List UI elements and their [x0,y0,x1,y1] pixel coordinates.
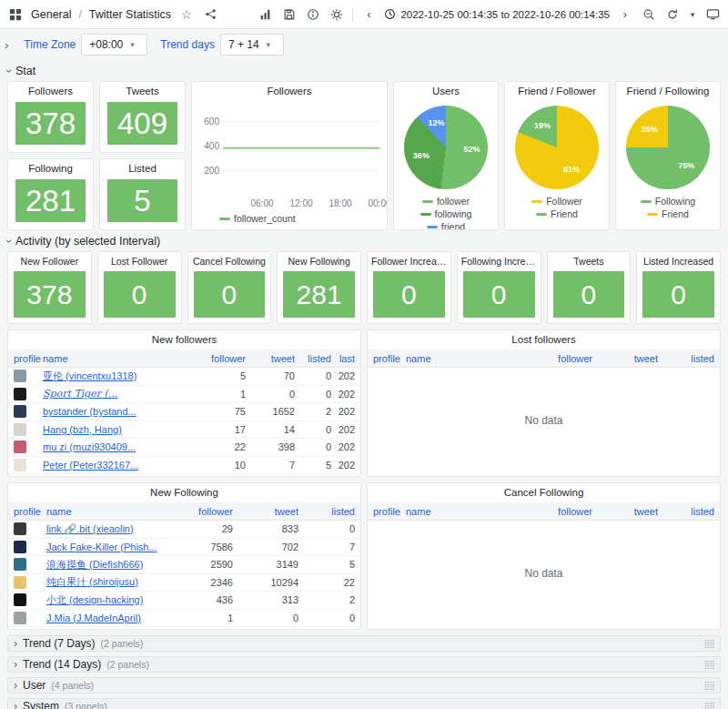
panel-title[interactable]: New followers [8,330,360,349]
dashboard-insights-icon[interactable] [305,6,321,23]
column-header-listed[interactable]: listed [658,353,714,364]
panel-title[interactable]: Following [8,159,93,178]
profile-link[interactable]: 纯白果汁 (shiroijusu) [46,576,138,587]
time-shift-back-icon[interactable]: ‹ [360,6,377,23]
refresh-icon[interactable] [664,6,681,23]
legend-item[interactable]: follower [422,196,470,207]
profile-link[interactable]: 小北 (design-hacking) [46,594,143,605]
share-icon[interactable] [202,6,218,23]
legend-item[interactable]: Friend [536,208,578,219]
time-shift-forward-icon[interactable]: › [617,6,633,23]
column-header-tweet[interactable]: tweet [233,506,298,517]
column-header-listed[interactable]: listed [295,353,331,364]
pie-chart[interactable] [515,106,599,189]
legend-item[interactable]: Follower [531,196,582,207]
timezone-select[interactable]: +08:00 ▾ [81,34,147,56]
column-header-follower[interactable]: follower [521,506,592,517]
column-header-tweet[interactable]: tweet [246,353,295,364]
column-header-follower[interactable]: follower [521,353,592,364]
panel-title[interactable]: Listed Increased [637,252,720,271]
table-cell: 0 [295,424,331,435]
legend-item[interactable]: following [420,208,472,219]
legend-item[interactable]: Following [641,196,695,207]
trend-days-select[interactable]: 7 + 14 ▾ [220,34,284,56]
refresh-interval-caret-icon[interactable]: ▾ [688,6,697,23]
time-range-picker[interactable]: 2022-10-25 00:14:35 to 2022-10-26 00:14:… [384,8,610,20]
expand-sidebar-chevron-icon[interactable]: › [2,38,11,52]
stat-value-box: 0 [463,271,535,318]
profile-link[interactable]: link 🔗.bit (xieaolin) [46,523,134,534]
column-header-profile[interactable]: profile [14,353,43,364]
column-header-name[interactable]: name [43,353,204,364]
panel-title[interactable]: Friend / Follower [505,82,609,101]
panel-title[interactable]: Following Increased [458,252,541,271]
dashboard-title[interactable]: Twitter Statistics [89,8,171,21]
tv-mode-icon[interactable] [704,6,721,23]
stat-value: 281 [297,279,342,310]
profile-link[interactable]: Peter (Peter332167... [43,460,138,471]
panel-title[interactable]: Users [394,82,498,101]
drag-handle-icon[interactable]: ⣿⣿ [704,681,714,690]
column-header-profile[interactable]: profile [373,506,406,517]
panel-title[interactable]: Follower Increased [368,252,450,271]
dashboard-row-collapsed[interactable]: ›User(4 panels)⣿⣿ [7,677,721,694]
profile-link[interactable]: J.Mia (J.MadeInApril) [46,613,141,623]
panel-title[interactable]: Tweets [548,252,631,271]
column-header-name[interactable]: name [46,506,162,517]
breadcrumb-folder[interactable]: General [31,8,71,21]
profile-link[interactable]: 浪海摸鱼 (Diefish666) [46,559,143,570]
drag-handle-icon[interactable]: ⣿⣿ [704,660,714,669]
pie-chart[interactable] [626,106,710,189]
profile-link[interactable]: 亚伦 (vincentxu1318) [43,370,136,381]
panel-title[interactable]: Lost followers [368,330,720,349]
column-header-follower[interactable]: follower [204,353,246,364]
dashboard-settings-icon[interactable] [329,6,345,23]
column-header-profile[interactable]: profile [14,506,46,517]
dashboard-row-collapsed[interactable]: ›System(3 panels)⣿⣿ [7,698,721,709]
panel-title[interactable]: New Following [8,483,360,502]
column-header-tweet[interactable]: tweet [592,506,658,517]
dashboard-row-collapsed[interactable]: ›Trend (7 Days)(2 panels)⣿⣿ [7,635,721,652]
panel-title[interactable]: Friend / Following [616,82,720,101]
panel-title[interactable]: New Follower [8,252,91,271]
drag-handle-icon[interactable]: ⣿⣿ [704,702,714,709]
panel-title[interactable]: New Following [278,252,360,271]
panel-title[interactable]: Listed [100,159,185,178]
add-panel-icon[interactable] [258,6,274,23]
column-header-tweet[interactable]: tweet [592,353,658,364]
row-header-stat[interactable]: › Stat [7,60,721,81]
table-cell: 70 [246,370,295,381]
profile-link[interactable]: Jack Fake-Killer (Phish... [46,542,157,552]
profile-link[interactable]: bystander (bystand... [43,406,136,417]
panel-title[interactable]: Lost Follower [98,252,181,271]
panel-title[interactable]: Followers [8,82,93,101]
column-header-follower[interactable]: follower [162,506,233,517]
dashboard-row-collapsed[interactable]: ›Trend (14 Days)(2 panels)⣿⣿ [7,656,721,673]
column-header-listed[interactable]: listed [298,506,355,517]
star-icon[interactable]: ☆ [178,6,195,23]
drag-handle-icon[interactable]: ⣿⣿ [704,639,714,648]
column-header-name[interactable]: name [406,506,521,517]
panel-title[interactable]: Cancel Following [188,252,271,271]
panel-title[interactable]: Followers [192,82,387,101]
column-header-name[interactable]: name [406,353,521,364]
stat-panel: Followers378 [7,81,94,153]
zoom-out-icon[interactable] [641,6,657,23]
variable-label: Trend days [160,38,215,51]
column-header-last[interactable]: last [331,353,355,364]
legend-item[interactable]: friend [427,221,465,229]
pie-chart[interactable] [404,106,488,189]
profile-avatar [14,476,26,477]
apps-grid-icon[interactable] [7,6,24,23]
profile-link[interactable]: Hang (bzh, Hang) [43,424,122,435]
save-dashboard-icon[interactable] [281,6,298,23]
profile-link[interactable]: mu zi (muzi930409... [43,441,136,452]
legend-item[interactable]: Friend [647,208,689,219]
panel-title[interactable]: Tweets [100,82,185,101]
column-header-listed[interactable]: listed [658,506,714,517]
row-header-activity[interactable]: › Activity (by selected Interval) [7,230,721,251]
legend-item[interactable]: follower_count [219,213,296,224]
panel-title[interactable]: Cancel Following [368,483,720,502]
column-header-profile[interactable]: profile [373,353,406,364]
profile-link[interactable]: Sport Tiger (... [43,388,117,400]
